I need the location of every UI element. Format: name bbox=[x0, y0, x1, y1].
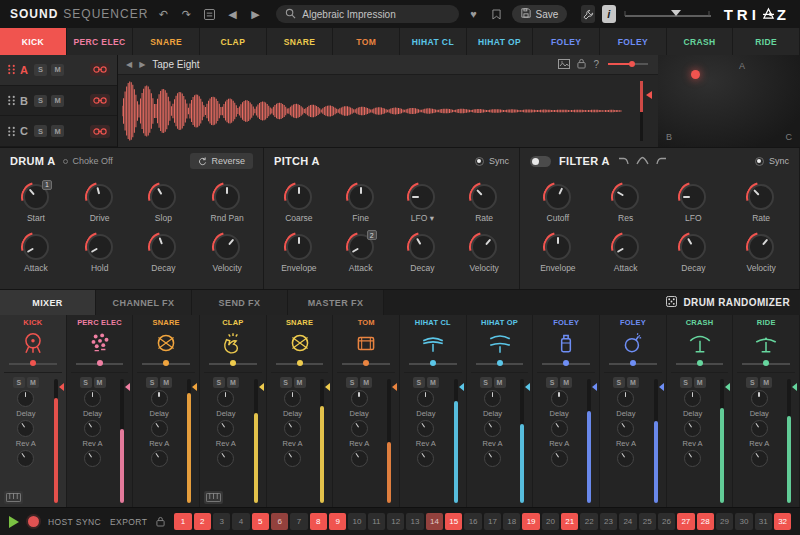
pad-tab[interactable]: RIDE bbox=[733, 28, 800, 55]
xy-cursor[interactable] bbox=[691, 70, 700, 79]
channel-volume-knob[interactable] bbox=[484, 390, 501, 407]
channel-mute-button[interactable]: M bbox=[694, 377, 706, 388]
drum-knob[interactable]: Decay bbox=[150, 234, 176, 273]
delay-send-knob[interactable] bbox=[151, 420, 168, 437]
fader-handle-icon[interactable] bbox=[192, 383, 197, 391]
sequencer-step[interactable]: 16 bbox=[464, 513, 481, 530]
sequencer-step[interactable]: 9 bbox=[329, 513, 346, 530]
knob-dial[interactable] bbox=[23, 234, 49, 260]
channel-mute-button[interactable]: M bbox=[27, 377, 39, 388]
pan-dot[interactable] bbox=[697, 360, 703, 366]
highpass-icon[interactable] bbox=[654, 152, 667, 170]
mixer-channel-strip[interactable]: HIHAT OP S M Delay Rev A bbox=[467, 315, 534, 507]
pitch-knob[interactable]: Velocity bbox=[469, 234, 498, 273]
pan-slider[interactable] bbox=[742, 358, 790, 369]
pan-slider[interactable] bbox=[9, 358, 57, 369]
channel-fader-meter[interactable] bbox=[518, 377, 528, 505]
filter-knob[interactable]: Res bbox=[613, 184, 639, 223]
reverb-send-knob[interactable] bbox=[684, 450, 701, 467]
mixer-channel-strip[interactable]: CLAP S M Delay Rev A bbox=[200, 315, 267, 507]
delay-send-knob[interactable] bbox=[284, 420, 301, 437]
channel-volume-knob[interactable] bbox=[684, 390, 701, 407]
sequencer-step[interactable]: 12 bbox=[387, 513, 404, 530]
knob-dial[interactable] bbox=[613, 234, 639, 260]
pad-tab[interactable]: HIHAT OP bbox=[467, 28, 534, 55]
favorite-icon[interactable]: ♥ bbox=[466, 6, 482, 22]
host-sync-button[interactable]: HOST SYNC bbox=[48, 517, 101, 527]
sequencer-step[interactable]: 21 bbox=[561, 513, 578, 530]
delay-send-knob[interactable] bbox=[351, 420, 368, 437]
sequencer-step[interactable]: 15 bbox=[445, 513, 462, 530]
knob-dial[interactable] bbox=[150, 234, 176, 260]
pan-dot[interactable] bbox=[363, 360, 369, 366]
layer-row[interactable]: B S M bbox=[0, 86, 117, 117]
fader-handle-icon[interactable] bbox=[259, 383, 264, 391]
pitch-knob[interactable]: 2 Attack bbox=[348, 234, 374, 273]
sequencer-step[interactable]: 2 bbox=[194, 513, 211, 530]
bookmark-icon[interactable] bbox=[489, 6, 505, 22]
mixer-tab[interactable]: MIXER bbox=[0, 290, 96, 315]
channel-mute-button[interactable]: M bbox=[94, 377, 106, 388]
reverse-button[interactable]: Reverse bbox=[190, 153, 253, 169]
channel-solo-button[interactable]: S bbox=[746, 377, 758, 388]
pan-slider[interactable] bbox=[409, 358, 457, 369]
filter-knob[interactable]: Rate bbox=[748, 184, 774, 223]
mixer-channel-strip[interactable]: PERC ELEC S M Delay Rev A bbox=[67, 315, 134, 507]
lowpass-icon[interactable] bbox=[618, 152, 631, 170]
reverb-send-knob[interactable] bbox=[417, 450, 434, 467]
pan-slider[interactable] bbox=[476, 358, 524, 369]
export-button[interactable]: EXPORT bbox=[110, 517, 147, 527]
delay-send-knob[interactable] bbox=[217, 420, 234, 437]
pad-tab[interactable]: HIHAT CL bbox=[400, 28, 467, 55]
keyboard-icon[interactable] bbox=[204, 491, 223, 504]
channel-mute-button[interactable]: M bbox=[627, 377, 639, 388]
drum-randomizer-button[interactable]: DRUM RANDOMIZER bbox=[656, 290, 800, 315]
reverb-send-knob[interactable] bbox=[84, 450, 101, 467]
knob-dial[interactable] bbox=[471, 184, 497, 210]
pitch-knob[interactable]: LFO ▾ bbox=[409, 184, 435, 223]
pan-dot[interactable] bbox=[297, 360, 303, 366]
delay-send-knob[interactable] bbox=[484, 420, 501, 437]
channel-volume-knob[interactable] bbox=[551, 390, 568, 407]
layer-blend-xy-pad[interactable]: A B C bbox=[658, 55, 800, 147]
pan-dot[interactable] bbox=[630, 360, 636, 366]
channel-volume-knob[interactable] bbox=[417, 390, 434, 407]
reverb-send-knob[interactable] bbox=[751, 450, 768, 467]
filter-knob[interactable]: Velocity bbox=[746, 234, 775, 273]
channel-solo-button[interactable]: S bbox=[680, 377, 692, 388]
pan-slider[interactable] bbox=[542, 358, 590, 369]
pitch-knob[interactable]: Envelope bbox=[281, 234, 316, 273]
reverb-send-knob[interactable] bbox=[617, 450, 634, 467]
knob-dial[interactable] bbox=[613, 184, 639, 210]
pan-dot[interactable] bbox=[497, 360, 503, 366]
knob-dial[interactable] bbox=[748, 184, 774, 210]
drum-knob[interactable]: Hold bbox=[87, 234, 113, 273]
sequencer-step[interactable]: 20 bbox=[542, 513, 559, 530]
prev-preset-icon[interactable]: ◀ bbox=[224, 6, 240, 22]
fader-handle-icon[interactable] bbox=[792, 383, 797, 391]
channel-volume-knob[interactable] bbox=[151, 390, 168, 407]
channel-solo-button[interactable]: S bbox=[280, 377, 292, 388]
layer-link-icon[interactable] bbox=[90, 125, 110, 138]
choke-select[interactable]: Choke Off bbox=[63, 156, 112, 166]
layer-link-icon[interactable] bbox=[90, 94, 110, 107]
pan-dot[interactable] bbox=[163, 360, 169, 366]
channel-volume-knob[interactable] bbox=[351, 390, 368, 407]
pan-dot[interactable] bbox=[30, 360, 36, 366]
channel-mute-button[interactable]: M bbox=[160, 377, 172, 388]
channel-mute-button[interactable]: M bbox=[494, 377, 506, 388]
channel-mute-button[interactable]: M bbox=[760, 377, 772, 388]
meter-handle-icon[interactable] bbox=[646, 91, 652, 99]
channel-mute-button[interactable]: M bbox=[360, 377, 372, 388]
pan-slider[interactable] bbox=[342, 358, 390, 369]
layer-row[interactable]: A S M bbox=[0, 55, 117, 86]
sequencer-step[interactable]: 4 bbox=[232, 513, 249, 530]
knob-dial[interactable] bbox=[471, 234, 497, 260]
pad-tab[interactable]: PERC ELEC bbox=[67, 28, 134, 55]
save-button[interactable]: Save bbox=[512, 5, 568, 23]
mixer-channel-strip[interactable]: SNARE S M Delay Rev A bbox=[267, 315, 334, 507]
fader-handle-icon[interactable] bbox=[125, 383, 130, 391]
pan-slider[interactable] bbox=[276, 358, 324, 369]
filter-enable-toggle[interactable] bbox=[530, 156, 551, 167]
drum-knob[interactable]: Drive bbox=[87, 184, 113, 223]
